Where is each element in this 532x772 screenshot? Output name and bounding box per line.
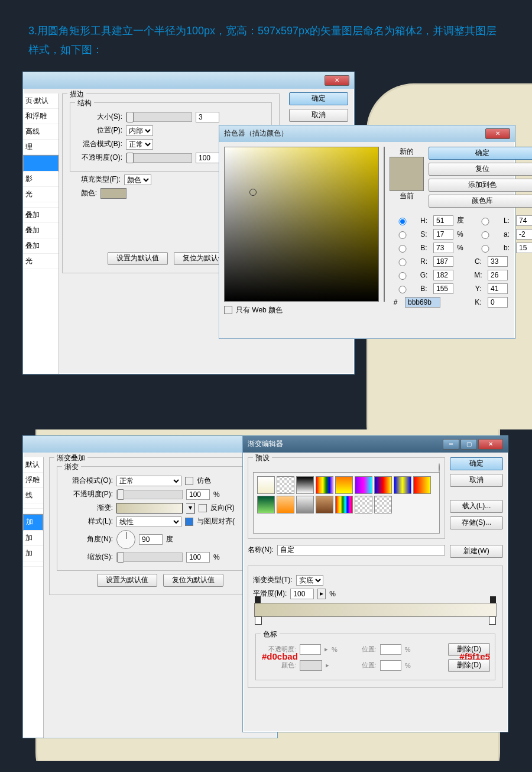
r-radio[interactable] bbox=[392, 259, 413, 266]
h-radio[interactable] bbox=[392, 218, 413, 225]
style-list-item[interactable]: 浮雕 bbox=[23, 473, 43, 488]
reset-button[interactable]: 复位 bbox=[429, 163, 532, 176]
a-radio[interactable] bbox=[475, 231, 495, 239]
style-list-item[interactable]: 理 bbox=[23, 140, 59, 155]
opacity-slider[interactable] bbox=[126, 153, 192, 163]
opacity-input[interactable] bbox=[196, 153, 219, 163]
make-default-button[interactable]: 设置为默认值 bbox=[108, 252, 168, 265]
hex-input[interactable] bbox=[405, 297, 440, 308]
stop-loc-input[interactable] bbox=[380, 644, 401, 655]
picker-marker[interactable] bbox=[249, 189, 257, 196]
style-list-item[interactable]: 光 bbox=[23, 187, 59, 202]
style-list-item[interactable]: 高线 bbox=[23, 124, 59, 140]
style-list-item[interactable] bbox=[23, 155, 59, 172]
ok-button[interactable]: 确定 bbox=[429, 147, 532, 160]
style-list-item[interactable]: 叠加 bbox=[23, 238, 59, 254]
maximize-icon[interactable]: ▢ bbox=[460, 439, 477, 450]
opacity-input[interactable] bbox=[186, 489, 210, 500]
m-input[interactable] bbox=[488, 270, 508, 280]
opacity-stop[interactable] bbox=[490, 596, 496, 603]
style-list-item[interactable]: 默认 bbox=[23, 457, 43, 473]
minimize-icon[interactable]: ━ bbox=[443, 439, 459, 450]
align-checkbox[interactable] bbox=[185, 518, 193, 526]
style-list-item[interactable]: 影 bbox=[23, 172, 59, 187]
bb-input[interactable] bbox=[433, 283, 453, 294]
style-list-item[interactable]: 和浮雕 bbox=[23, 109, 59, 124]
name-input[interactable] bbox=[277, 545, 445, 555]
ok-button[interactable]: 确定 bbox=[289, 92, 348, 105]
sv-field[interactable] bbox=[224, 147, 379, 302]
opacity-slider[interactable] bbox=[116, 490, 183, 499]
dither-checkbox[interactable] bbox=[185, 477, 193, 485]
smooth-input[interactable] bbox=[290, 589, 314, 599]
gradient-bar[interactable] bbox=[254, 603, 497, 617]
b2-input[interactable] bbox=[516, 243, 532, 253]
web-only-checkbox[interactable] bbox=[224, 306, 232, 314]
size-slider[interactable] bbox=[126, 112, 192, 122]
smooth-dropdown[interactable]: ▸ bbox=[317, 589, 326, 599]
s-input[interactable] bbox=[433, 229, 453, 240]
angle-dial[interactable] bbox=[116, 530, 135, 549]
add-swatch-button[interactable]: 添加到色 bbox=[429, 179, 532, 192]
blend-select[interactable]: 正常 bbox=[126, 139, 153, 150]
stop-loc-input[interactable] bbox=[380, 660, 401, 671]
color-swatch[interactable] bbox=[100, 188, 126, 199]
make-default-button[interactable]: 设置为默认值 bbox=[97, 574, 157, 587]
fill-type-select[interactable]: 颜色 bbox=[124, 175, 151, 185]
gradient-dropdown[interactable]: ▾ bbox=[186, 503, 195, 513]
style-list-item[interactable]: 页·默认 bbox=[23, 93, 59, 109]
position-select[interactable]: 内部 bbox=[126, 125, 153, 136]
hue-strip[interactable] bbox=[384, 147, 385, 302]
h-input[interactable] bbox=[433, 215, 453, 226]
style-list-item[interactable]: 线 bbox=[23, 488, 43, 503]
b-input[interactable] bbox=[433, 243, 453, 253]
style-list-item[interactable] bbox=[23, 202, 59, 208]
c-input[interactable] bbox=[488, 256, 508, 267]
style-list-item[interactable]: 加 bbox=[23, 531, 43, 546]
style-list-item[interactable]: 叠加 bbox=[23, 223, 59, 238]
save-button[interactable]: 存储(S)... bbox=[450, 516, 503, 529]
cancel-button[interactable]: 取消 bbox=[289, 109, 348, 122]
style-select[interactable]: 线性 bbox=[116, 516, 181, 527]
k-input[interactable] bbox=[488, 297, 508, 308]
style-list-item[interactable]: 叠加 bbox=[23, 208, 59, 223]
close-icon[interactable]: ✕ bbox=[485, 128, 510, 139]
load-button[interactable]: 载入(L)... bbox=[450, 500, 503, 513]
blend-select[interactable]: 正常 bbox=[116, 476, 181, 486]
l-radio[interactable] bbox=[475, 218, 495, 225]
b-radio[interactable] bbox=[392, 245, 413, 253]
g-radio[interactable] bbox=[392, 272, 413, 280]
scale-input[interactable] bbox=[186, 552, 210, 563]
color-lib-button[interactable]: 颜色库 bbox=[429, 195, 532, 208]
type-select[interactable]: 实底 bbox=[296, 575, 323, 586]
stop-opacity-input[interactable] bbox=[300, 644, 321, 655]
style-list-item[interactable] bbox=[23, 561, 43, 567]
reset-default-button[interactable]: 复位为默认值 bbox=[163, 574, 223, 587]
bb-radio[interactable] bbox=[392, 286, 413, 293]
opacity-stop[interactable] bbox=[255, 596, 261, 603]
new-button[interactable]: 新建(W) bbox=[450, 545, 503, 558]
cancel-button[interactable]: 取消 bbox=[450, 474, 503, 487]
close-icon[interactable]: ✕ bbox=[325, 75, 349, 86]
color-stop[interactable] bbox=[489, 616, 496, 625]
stop-color-swatch[interactable] bbox=[300, 660, 322, 671]
l-input[interactable] bbox=[516, 215, 532, 226]
gradient-swatch[interactable] bbox=[116, 503, 183, 513]
style-list-item[interactable] bbox=[23, 503, 43, 509]
style-list-item[interactable]: 加 bbox=[23, 514, 43, 531]
s-radio[interactable] bbox=[392, 231, 413, 239]
style-list-item[interactable]: 光 bbox=[23, 254, 59, 269]
style-list-item[interactable]: 加 bbox=[23, 546, 43, 561]
b2-radio[interactable] bbox=[475, 245, 495, 253]
g-input[interactable] bbox=[433, 270, 453, 280]
preset-list[interactable] bbox=[253, 472, 440, 534]
color-stop[interactable] bbox=[255, 616, 262, 625]
gear-icon[interactable] bbox=[439, 463, 440, 473]
y-input[interactable] bbox=[488, 283, 508, 294]
size-input[interactable] bbox=[196, 112, 219, 122]
close-icon[interactable]: ✕ bbox=[478, 439, 503, 450]
style-list-item[interactable] bbox=[23, 509, 43, 514]
ok-button[interactable]: 确定 bbox=[450, 457, 503, 470]
a-input[interactable] bbox=[516, 229, 532, 240]
angle-input[interactable] bbox=[139, 534, 163, 545]
